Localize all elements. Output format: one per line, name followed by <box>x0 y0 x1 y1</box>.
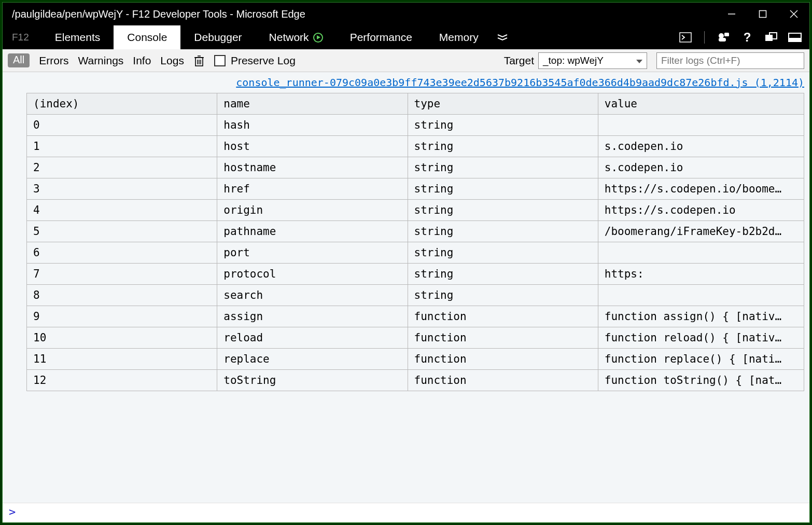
cell-type: function <box>408 349 598 370</box>
close-button[interactable] <box>778 3 809 25</box>
console-shortcut-icon <box>679 32 692 43</box>
tabs-row: F12 Elements Console Debugger Network Pe… <box>3 25 809 49</box>
tab-memory[interactable]: Memory <box>426 25 492 49</box>
window-title: /paulgildea/pen/wpWejY - F12 Developer T… <box>12 8 305 20</box>
window-controls <box>716 3 809 25</box>
table-row[interactable]: 4originstringhttps://s.codepen.io <box>27 200 804 221</box>
help-button[interactable]: ? <box>740 30 754 45</box>
table-row[interactable]: 12toStringfunctionfunction toString() { … <box>27 370 804 391</box>
cell-name: pathname <box>217 221 408 242</box>
filter-warnings-button[interactable]: Warnings <box>78 54 123 67</box>
cell-value: function toString() { [nat… <box>598 370 804 391</box>
preserve-log-toggle[interactable]: Preserve Log <box>214 54 296 67</box>
target-select-value: _top: wpWejY <box>543 55 604 66</box>
minimize-button[interactable] <box>716 3 747 25</box>
trash-icon <box>193 54 205 67</box>
table-row[interactable]: 1hoststrings.codepen.io <box>27 136 804 157</box>
cell-value: function replace() { [nati… <box>598 349 804 370</box>
cell-index: 0 <box>27 115 217 136</box>
more-tabs-button[interactable] <box>492 25 513 49</box>
cell-name: href <box>217 178 408 200</box>
console-table: (index) name type value 0hashstring1host… <box>26 93 804 391</box>
cell-name: replace <box>217 349 408 370</box>
tab-network-label: Network <box>269 31 309 44</box>
table-row[interactable]: 7protocolstringhttps: <box>27 264 804 285</box>
cell-index: 3 <box>27 178 217 200</box>
table-row[interactable]: 6portstring <box>27 242 804 264</box>
tab-performance[interactable]: Performance <box>337 25 426 49</box>
svg-rect-7 <box>724 33 729 36</box>
tab-network[interactable]: Network <box>256 25 337 49</box>
divider <box>704 31 705 44</box>
tab-memory-label: Memory <box>439 31 479 44</box>
table-row[interactable]: 10reloadfunctionfunction reload() { [nat… <box>27 327 804 349</box>
titlebar: /paulgildea/pen/wpWejY - F12 Developer T… <box>3 3 809 25</box>
target-label: Target <box>504 54 534 67</box>
dock-button[interactable] <box>788 30 802 45</box>
svg-rect-11 <box>789 38 801 42</box>
cell-name: port <box>217 242 408 264</box>
console-shortcut-button[interactable] <box>678 30 693 45</box>
console-prompt[interactable]: > <box>3 503 809 522</box>
cell-index: 5 <box>27 221 217 242</box>
th-name[interactable]: name <box>217 93 408 115</box>
cell-type: function <box>408 370 598 391</box>
tab-elements-label: Elements <box>55 31 101 44</box>
table-row[interactable]: 9assignfunctionfunction assign() { [nati… <box>27 306 804 327</box>
cell-value: s.codepen.io <box>598 157 804 178</box>
maximize-icon <box>759 10 767 18</box>
table-row[interactable]: 5pathnamestring/boomerang/iFrameKey-b2b2… <box>27 221 804 242</box>
target-select[interactable]: _top: wpWejY <box>538 52 647 69</box>
cell-index: 4 <box>27 200 217 221</box>
undock-icon <box>765 32 777 43</box>
chevron-stack-icon <box>497 34 508 41</box>
table-row[interactable]: 0hashstring <box>27 115 804 136</box>
tab-performance-label: Performance <box>350 31 412 44</box>
feedback-icon <box>717 32 730 43</box>
f12-label: F12 <box>3 25 41 49</box>
cell-name: search <box>217 285 408 306</box>
prompt-chevron-icon: > <box>9 505 16 518</box>
record-icon <box>313 33 323 43</box>
filter-all-button[interactable]: All <box>8 53 30 67</box>
th-type[interactable]: type <box>408 93 598 115</box>
preserve-log-checkbox[interactable] <box>214 55 226 66</box>
tabbar-right-icons: ? <box>678 25 809 49</box>
cell-index: 9 <box>27 306 217 327</box>
clear-console-button[interactable] <box>193 54 205 67</box>
table-row[interactable]: 3hrefstringhttps://s.codepen.io/boome… <box>27 178 804 200</box>
filter-errors-button[interactable]: Errors <box>39 54 68 67</box>
tab-elements[interactable]: Elements <box>41 25 114 49</box>
filter-input[interactable] <box>656 52 804 69</box>
feedback-button[interactable] <box>716 30 731 45</box>
table-row[interactable]: 8searchstring <box>27 285 804 306</box>
th-index[interactable]: (index) <box>27 93 217 115</box>
undock-button[interactable] <box>764 30 778 45</box>
cell-type: string <box>408 264 598 285</box>
source-link[interactable]: console_runner-079c09a0e3b9ff743e39ee2d5… <box>3 72 809 93</box>
cell-type: function <box>408 327 598 349</box>
cell-index: 7 <box>27 264 217 285</box>
cell-type: function <box>408 306 598 327</box>
cell-type: string <box>408 115 598 136</box>
filter-info-button[interactable]: Info <box>133 54 151 67</box>
filter-logs-button[interactable]: Logs <box>160 54 184 67</box>
cell-name: hash <box>217 115 408 136</box>
cell-type: string <box>408 242 598 264</box>
tab-console-label: Console <box>127 31 167 44</box>
table-header-row: (index) name type value <box>27 93 804 115</box>
dock-icon <box>788 33 802 42</box>
maximize-button[interactable] <box>747 3 778 25</box>
table-row[interactable]: 2hostnamestrings.codepen.io <box>27 157 804 178</box>
cell-index: 6 <box>27 242 217 264</box>
table-row[interactable]: 11replacefunctionfunction replace() { [n… <box>27 349 804 370</box>
svg-rect-1 <box>760 11 766 18</box>
th-value[interactable]: value <box>598 93 804 115</box>
tab-console[interactable]: Console <box>114 25 180 49</box>
cell-value <box>598 115 804 136</box>
cell-index: 12 <box>27 370 217 391</box>
tab-debugger[interactable]: Debugger <box>180 25 255 49</box>
cell-type: string <box>408 157 598 178</box>
cell-index: 1 <box>27 136 217 157</box>
cell-name: host <box>217 136 408 157</box>
